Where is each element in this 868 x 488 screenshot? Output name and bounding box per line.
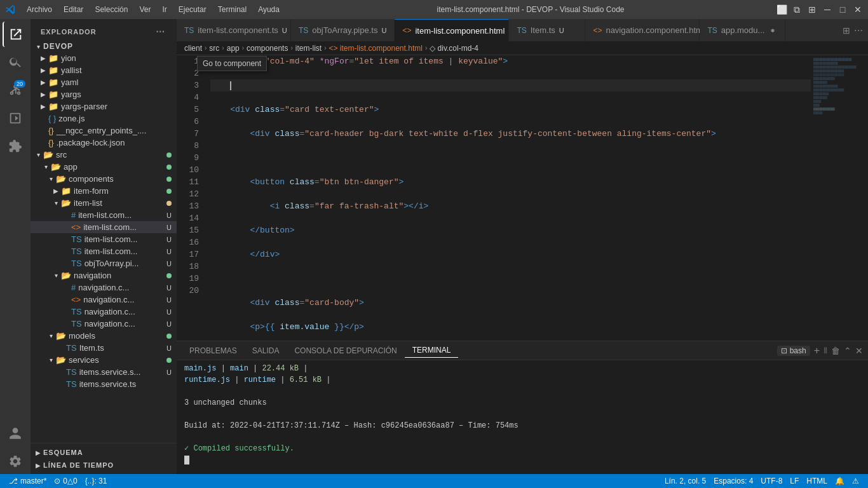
activity-extensions[interactable] xyxy=(3,133,28,159)
activity-source-control[interactable]: 20 xyxy=(3,78,28,103)
menu-seleccion[interactable]: Selección xyxy=(90,4,133,15)
tree-label: models xyxy=(69,331,95,341)
tree-item-yallist[interactable]: ▶ 📁 yallist xyxy=(31,64,177,76)
close-button[interactable]: ✕ xyxy=(853,4,863,15)
tree-item-item-list-ts2[interactable]: ▶ TS item-list.com... U xyxy=(31,245,177,257)
tree-item-item-form[interactable]: ▶ 📁 item-form xyxy=(31,185,177,197)
breadcrumb-part[interactable]: ◇ div.col-md-4 xyxy=(430,44,478,53)
bash-label[interactable]: ⊡ bash xyxy=(777,346,810,356)
status-branch[interactable]: ⎇ master* xyxy=(5,474,50,488)
panel-content[interactable]: main.js | main | 22.44 kB | runtime.js |… xyxy=(177,360,868,474)
status-eol[interactable]: LF xyxy=(786,477,803,485)
tree-item-models[interactable]: ▾ 📂 models xyxy=(31,330,177,342)
minimize-button[interactable]: ─ xyxy=(822,4,832,15)
tree-item-zonejs[interactable]: ▶ { } zone.js xyxy=(31,112,177,125)
tree-item-src[interactable]: ▾ 📂 src xyxy=(31,149,177,161)
ts-file-icon: TS xyxy=(184,26,194,35)
tree-item-devop[interactable]: ▾ DEVOP xyxy=(31,41,177,52)
code-editor[interactable]: 1 2 3 4 5 6 7 8 9 10 11 12 13 14 15 16 1 xyxy=(177,55,868,341)
code-content[interactable]: <div class="col-md-4" *ngFor="let item o… xyxy=(205,55,811,341)
tree-item-services[interactable]: ▾ 📂 services xyxy=(31,354,177,366)
tree-item-app[interactable]: ▾ 📂 app xyxy=(31,161,177,173)
breadcrumb-part[interactable]: src xyxy=(209,44,219,53)
tab-item-list-html[interactable]: <> item-list.component.html U ✕ xyxy=(395,19,509,41)
chevron-icon: ▶ xyxy=(36,462,41,469)
maximize-button[interactable]: □ xyxy=(837,4,848,15)
split-terminal-icon[interactable]: ⫴ xyxy=(824,345,827,356)
status-encoding[interactable]: UTF-8 xyxy=(757,477,786,485)
sidebar-section-timeline[interactable]: ▶ LÍNEA DE TIEMPO xyxy=(31,459,177,471)
menu-archivo[interactable]: Archivo xyxy=(22,4,57,15)
window-layout-icon[interactable]: ⬜ xyxy=(776,4,787,15)
tree-item-nav-css[interactable]: ▶ # navigation.c... U xyxy=(31,281,177,294)
file-icon: { } xyxy=(48,114,56,123)
tree-item-components[interactable]: ▾ 📂 components xyxy=(31,173,177,185)
tab-item-list-ts[interactable]: TS item-list.component.ts U xyxy=(177,19,291,41)
breadcrumb-part[interactable]: <> item-list.component.html xyxy=(329,44,422,53)
status-position[interactable]: Lín. 2, col. 5 xyxy=(661,477,710,485)
tree-item-nav-html[interactable]: ▶ <> navigation.c... U xyxy=(31,294,177,306)
tree-item-nav-ts1[interactable]: ▶ TS navigation.c... U xyxy=(31,306,177,318)
activity-account[interactable] xyxy=(3,421,28,446)
breadcrumb-part[interactable]: components xyxy=(247,44,288,53)
menu-terminal[interactable]: Terminal xyxy=(213,4,252,15)
tree-item-yargs[interactable]: ▶ 📁 yargs xyxy=(31,88,177,100)
tree-item-navigation[interactable]: ▾ 📂 navigation xyxy=(31,269,177,281)
tree-label: app xyxy=(64,162,78,172)
status-errors[interactable]: ⊙ 0△0 xyxy=(50,474,81,488)
menu-ayuda[interactable]: Ayuda xyxy=(253,4,285,15)
kill-terminal-icon[interactable]: 🗑 xyxy=(831,346,840,356)
tree-item-objtopipe[interactable]: ▶ TS objToArray.pi... U xyxy=(31,257,177,269)
panel-tab-salida[interactable]: SALIDA xyxy=(245,344,287,358)
tab-app-module[interactable]: TS app.modu... xyxy=(700,19,785,41)
tree-item-yaml[interactable]: ▶ 📁 yaml xyxy=(31,76,177,88)
breadcrumb-part[interactable]: app xyxy=(227,44,240,53)
tree-item-item-list[interactable]: ▾ 📂 item-list xyxy=(31,197,177,209)
maximize-panel-icon[interactable]: ⌃ xyxy=(844,346,851,356)
tab-navigation-html[interactable]: <> navigation.component.html U xyxy=(585,19,700,41)
html-icon: <> xyxy=(71,222,81,232)
menu-editar[interactable]: Editar xyxy=(58,4,88,15)
tree-item-items-service[interactable]: ▶ TS items.service.ts xyxy=(31,378,177,390)
tab-item-ts[interactable]: TS Item.ts U xyxy=(509,19,585,41)
tree-item-item-list-ts1[interactable]: ▶ TS item-list.com... U xyxy=(31,233,177,245)
status-spaces[interactable]: Espacios: 4 xyxy=(710,477,757,485)
window-grid-icon[interactable]: ⊞ xyxy=(807,4,817,15)
breadcrumb-part[interactable]: item-list xyxy=(295,44,322,53)
ts-icon: TS xyxy=(71,307,82,316)
status-lint[interactable]: {..}: 31 xyxy=(81,474,111,488)
activity-explorer[interactable] xyxy=(3,22,28,47)
window-split-icon[interactable]: ⧉ xyxy=(792,4,802,15)
activity-search[interactable] xyxy=(3,50,28,75)
menu-ver[interactable]: Ver xyxy=(134,4,156,15)
tab-layout-icon[interactable]: ⊞ xyxy=(843,25,850,36)
tree-item-yargs-parser[interactable]: ▶ 📁 yargs-parser xyxy=(31,100,177,112)
sidebar-new-file-icon[interactable]: ⋯ xyxy=(154,25,166,38)
breadcrumb-part[interactable]: client xyxy=(184,44,202,53)
unsaved-indicator: U xyxy=(282,27,287,34)
modified-dot xyxy=(166,152,172,158)
panel-tab-problemas[interactable]: PROBLEMAS xyxy=(182,344,245,358)
close-panel-icon[interactable]: ✕ xyxy=(855,346,863,356)
add-terminal-icon[interactable]: + xyxy=(814,345,820,356)
panel-tab-consola[interactable]: CONSOLA DE DEPURACIÓN xyxy=(287,344,404,358)
tree-item-package-lock[interactable]: ▶ {} .package-lock.json xyxy=(31,137,177,149)
status-warning[interactable]: ⚠ xyxy=(848,477,863,485)
tree-item-nav-ts2[interactable]: ▶ TS navigation.c... U xyxy=(31,318,177,330)
tab-objtopipe[interactable]: TS objToArray.pipe.ts U xyxy=(291,19,395,41)
tree-item-ngcc[interactable]: ▶ {} __ngcc_entry_points_.... xyxy=(31,125,177,137)
menu-ejecutar[interactable]: Ejecutar xyxy=(173,4,212,15)
tree-item-item-ts[interactable]: ▶ TS Item.ts U xyxy=(31,342,177,354)
activity-settings[interactable] xyxy=(3,449,28,474)
status-language[interactable]: HTML xyxy=(803,477,831,485)
tree-item-items-service-spec[interactable]: ▶ TS items.service.s... U xyxy=(31,366,177,378)
panel-tab-terminal[interactable]: TERMINAL xyxy=(405,343,459,358)
tab-more-icon[interactable]: ⋯ xyxy=(854,25,863,36)
tree-item-item-list-html[interactable]: ▶ <> item-list.com... U xyxy=(31,221,177,233)
menu-ir[interactable]: Ir xyxy=(157,4,172,15)
tree-item-item-list-css[interactable]: ▶ # item-list.com... U xyxy=(31,209,177,221)
tree-item-yion[interactable]: ▶ 📁 yion xyxy=(31,52,177,64)
status-notification[interactable]: 🔔 xyxy=(831,477,848,485)
activity-run[interactable] xyxy=(3,105,28,131)
sidebar-section-esquema[interactable]: ▶ ESQUEMA xyxy=(31,446,177,459)
